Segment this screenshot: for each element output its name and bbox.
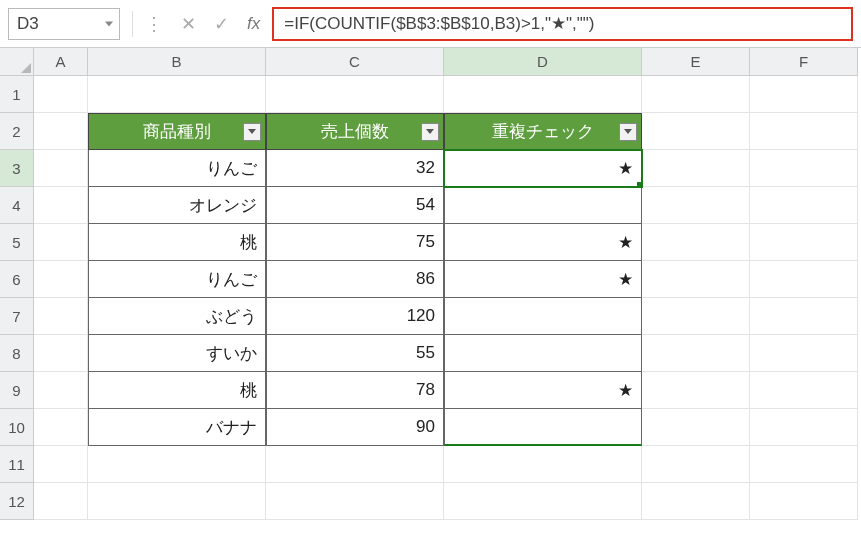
cell[interactable] (34, 483, 88, 520)
cell[interactable] (34, 409, 88, 446)
cell[interactable] (750, 372, 858, 409)
cell-product[interactable]: バナナ (88, 409, 266, 446)
cell-product[interactable]: すいか (88, 335, 266, 372)
table-header-sales[interactable]: 売上個数 (266, 113, 444, 150)
row-header[interactable]: 9 (0, 372, 34, 409)
row-header[interactable]: 7 (0, 298, 34, 335)
cell[interactable] (642, 224, 750, 261)
row-header[interactable]: 4 (0, 187, 34, 224)
cell-product[interactable]: 桃 (88, 372, 266, 409)
row-header[interactable]: 10 (0, 409, 34, 446)
select-all-corner[interactable] (0, 48, 34, 76)
cell-product[interactable]: オレンジ (88, 187, 266, 224)
cell[interactable] (642, 298, 750, 335)
row-header[interactable]: 11 (0, 446, 34, 483)
row-header[interactable]: 6 (0, 261, 34, 298)
cell[interactable] (34, 261, 88, 298)
cell[interactable] (750, 335, 858, 372)
cell[interactable] (642, 335, 750, 372)
col-header-b[interactable]: B (88, 48, 266, 76)
row-header[interactable]: 1 (0, 76, 34, 113)
cell[interactable] (34, 76, 88, 113)
table-header-product[interactable]: 商品種別 (88, 113, 266, 150)
row-header[interactable]: 8 (0, 335, 34, 372)
col-header-f[interactable]: F (750, 48, 858, 76)
cell[interactable] (266, 76, 444, 113)
cell-sales[interactable]: 54 (266, 187, 444, 224)
cell-sales[interactable]: 120 (266, 298, 444, 335)
cell-product[interactable]: ぶどう (88, 298, 266, 335)
cell[interactable] (642, 261, 750, 298)
cell[interactable] (750, 261, 858, 298)
cell[interactable] (642, 113, 750, 150)
cell[interactable] (88, 446, 266, 483)
cell-sales[interactable]: 78 (266, 372, 444, 409)
row-header[interactable]: 12 (0, 483, 34, 520)
cell[interactable] (750, 113, 858, 150)
col-header-a[interactable]: A (34, 48, 88, 76)
cell[interactable] (642, 150, 750, 187)
cell-sales[interactable]: 55 (266, 335, 444, 372)
col-header-d[interactable]: D (444, 48, 642, 76)
table-header-dup[interactable]: 重複チェック (444, 113, 642, 150)
cell-dup[interactable] (444, 409, 642, 446)
filter-icon[interactable] (619, 123, 637, 141)
cell[interactable] (266, 483, 444, 520)
cell[interactable] (34, 150, 88, 187)
cell[interactable] (34, 335, 88, 372)
cell-dup[interactable] (444, 298, 642, 335)
name-box[interactable]: D3 (8, 8, 120, 40)
col-header-c[interactable]: C (266, 48, 444, 76)
cell-dup[interactable] (444, 187, 642, 224)
cell-sales[interactable]: 86 (266, 261, 444, 298)
cell-sales[interactable]: 32 (266, 150, 444, 187)
filter-icon[interactable] (421, 123, 439, 141)
filter-icon[interactable] (243, 123, 261, 141)
formula-input[interactable]: =IF(COUNTIF($B$3:$B$10,B3)>1,"★","") (272, 7, 853, 41)
cell[interactable] (444, 76, 642, 113)
cell-sales[interactable]: 75 (266, 224, 444, 261)
cell[interactable] (642, 409, 750, 446)
cell-product[interactable]: りんご (88, 150, 266, 187)
row-header[interactable]: 5 (0, 224, 34, 261)
cell-dup[interactable]: ★ (444, 261, 642, 298)
cell-dup[interactable]: ★ (444, 150, 642, 187)
cell[interactable] (750, 446, 858, 483)
cell[interactable] (750, 409, 858, 446)
cell[interactable] (34, 372, 88, 409)
cell-dup[interactable]: ★ (444, 372, 642, 409)
cell[interactable] (750, 224, 858, 261)
col-header-e[interactable]: E (642, 48, 750, 76)
cell[interactable] (444, 446, 642, 483)
enter-icon[interactable]: ✓ (214, 13, 229, 35)
cell-sales[interactable]: 90 (266, 409, 444, 446)
cell[interactable] (750, 187, 858, 224)
row-2: 2 商品種別 売上個数 重複チェック (0, 113, 861, 150)
cell[interactable] (34, 187, 88, 224)
cell[interactable] (34, 224, 88, 261)
cell-dup[interactable]: ★ (444, 224, 642, 261)
row-header[interactable]: 2 (0, 113, 34, 150)
cancel-icon[interactable]: ✕ (181, 13, 196, 35)
cell[interactable] (88, 483, 266, 520)
cell[interactable] (34, 298, 88, 335)
cell[interactable] (34, 446, 88, 483)
cell[interactable] (750, 150, 858, 187)
cell[interactable] (642, 76, 750, 113)
cell[interactable] (444, 483, 642, 520)
cell-dup[interactable] (444, 335, 642, 372)
cell[interactable] (642, 187, 750, 224)
cell[interactable] (88, 76, 266, 113)
row-header[interactable]: 3 (0, 150, 34, 187)
cell[interactable] (750, 298, 858, 335)
cell[interactable] (750, 483, 858, 520)
cell[interactable] (642, 446, 750, 483)
cell[interactable] (642, 372, 750, 409)
cell[interactable] (266, 446, 444, 483)
cell-product[interactable]: 桃 (88, 224, 266, 261)
fx-icon[interactable]: fx (247, 14, 260, 34)
cell[interactable] (750, 76, 858, 113)
cell[interactable] (34, 113, 88, 150)
cell-product[interactable]: りんご (88, 261, 266, 298)
cell[interactable] (642, 483, 750, 520)
